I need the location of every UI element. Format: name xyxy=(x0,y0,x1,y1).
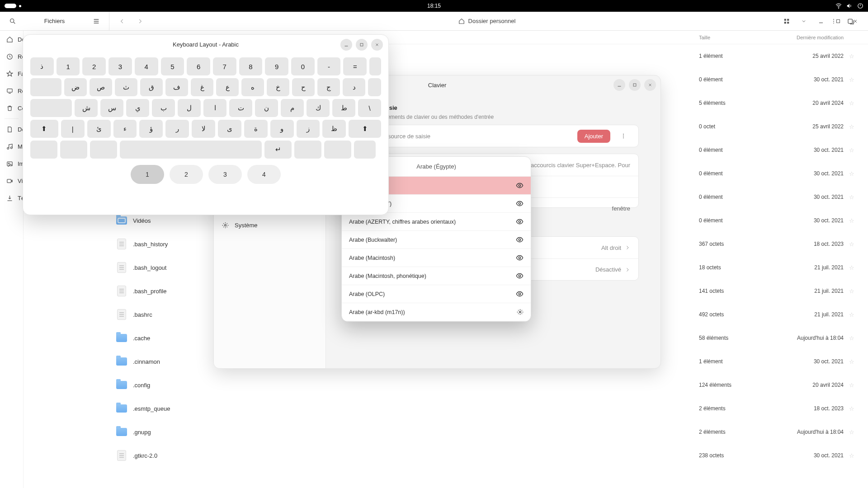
star-icon[interactable]: ☆ xyxy=(846,76,857,83)
key[interactable]: ة xyxy=(244,120,268,138)
eye-icon[interactable] xyxy=(516,236,524,244)
key[interactable] xyxy=(369,57,381,75)
sidebar-item[interactable]: Favoris xyxy=(0,65,23,82)
key[interactable]: \ xyxy=(358,99,381,117)
star-icon[interactable]: ☆ xyxy=(846,358,857,365)
settings-item-gear[interactable]: Système xyxy=(214,216,326,235)
nav-back-icon[interactable] xyxy=(116,15,128,28)
key[interactable]: | xyxy=(61,120,85,138)
key[interactable]: ق xyxy=(140,78,163,96)
key[interactable]: ب xyxy=(152,99,175,117)
settings-minimize-icon[interactable] xyxy=(613,79,625,91)
activities-pill[interactable] xyxy=(5,4,16,8)
key[interactable]: ص xyxy=(90,78,112,96)
key[interactable]: ج xyxy=(317,78,340,96)
key[interactable]: ئ xyxy=(87,120,111,138)
key[interactable]: ↵ xyxy=(264,141,292,159)
key[interactable]: ا xyxy=(203,99,226,117)
view-dropdown-icon[interactable] xyxy=(797,15,810,28)
key[interactable]: س xyxy=(100,99,123,117)
wifi-icon[interactable] xyxy=(835,3,842,9)
key[interactable]: ل xyxy=(178,99,201,117)
star-icon[interactable]: ☆ xyxy=(846,217,857,224)
key[interactable]: ى xyxy=(218,120,241,138)
key[interactable] xyxy=(30,78,61,96)
key[interactable]: ظ xyxy=(322,120,346,138)
table-row[interactable]: .esmtp_queue 2 éléments 18 oct. 2023 ☆ xyxy=(109,397,868,420)
key[interactable]: ح xyxy=(292,78,315,96)
window-maximize-icon[interactable] xyxy=(832,15,844,28)
key[interactable]: ض xyxy=(64,78,87,96)
key[interactable]: = xyxy=(343,57,367,75)
power-icon[interactable] xyxy=(857,3,863,9)
star-icon[interactable]: ☆ xyxy=(846,429,857,436)
sidebar-item[interactable]: Dossier personnel xyxy=(0,31,23,48)
kbd-maximize-icon[interactable] xyxy=(356,39,368,51)
key[interactable]: ⬆ xyxy=(349,120,381,138)
star-icon[interactable]: ☆ xyxy=(846,147,857,154)
key[interactable]: ز xyxy=(297,120,320,138)
key[interactable]: ك xyxy=(307,99,330,117)
key[interactable]: 1 xyxy=(57,57,80,75)
star-icon[interactable]: ☆ xyxy=(846,241,857,248)
table-row[interactable]: .gnupg 2 éléments Aujourd'hui à 18:04 ☆ xyxy=(109,420,868,444)
key[interactable]: 8 xyxy=(239,57,263,75)
sidebar-item[interactable]: Récents xyxy=(0,48,23,65)
key[interactable]: ط xyxy=(332,99,355,117)
key[interactable]: لا xyxy=(192,120,215,138)
kbd-page-button[interactable]: 3 xyxy=(208,165,242,184)
popover-item[interactable]: Arabe (Macintosh) xyxy=(342,249,531,267)
key[interactable]: ذ xyxy=(30,57,54,75)
breadcrumb[interactable]: Dossier personnel xyxy=(452,14,522,28)
window-minimize-icon[interactable] xyxy=(815,15,827,28)
key[interactable]: ؤ xyxy=(139,120,163,138)
star-icon[interactable]: ☆ xyxy=(846,452,857,459)
window-close-icon[interactable] xyxy=(849,15,862,28)
sidebar-item[interactable]: Musique xyxy=(0,138,23,155)
key[interactable]: 3 xyxy=(108,57,132,75)
star-icon[interactable]: ☆ xyxy=(846,170,857,177)
sources-more-icon[interactable] xyxy=(617,129,630,143)
table-row[interactable]: .gtkrc-2.0 238 octets 30 oct. 2021 ☆ xyxy=(109,444,868,467)
key[interactable]: ر xyxy=(165,120,189,138)
key[interactable]: و xyxy=(270,120,294,138)
search-icon[interactable] xyxy=(6,15,19,28)
sidebar-item[interactable]: Vidéos xyxy=(0,172,23,189)
key[interactable]: 9 xyxy=(265,57,288,75)
eye-icon[interactable] xyxy=(516,254,524,262)
key[interactable]: ⬆ xyxy=(30,120,58,138)
key[interactable] xyxy=(60,141,87,159)
eye-icon[interactable] xyxy=(516,218,524,225)
key[interactable]: 5 xyxy=(161,57,184,75)
gear-icon[interactable] xyxy=(517,309,524,315)
star-icon[interactable]: ☆ xyxy=(846,100,857,107)
popover-item[interactable]: Arabe (OLPC) xyxy=(342,285,531,303)
key[interactable]: ء xyxy=(113,120,137,138)
key[interactable]: ت xyxy=(229,99,252,117)
key[interactable]: 4 xyxy=(135,57,158,75)
key[interactable]: 7 xyxy=(213,57,236,75)
key[interactable]: 2 xyxy=(82,57,106,75)
star-icon[interactable]: ☆ xyxy=(846,288,857,295)
star-icon[interactable]: ☆ xyxy=(846,123,857,130)
key[interactable] xyxy=(354,141,376,159)
star-icon[interactable]: ☆ xyxy=(846,405,857,412)
sidebar-item[interactable]: Réseau xyxy=(0,82,23,99)
settings-maximize-icon[interactable] xyxy=(629,79,641,91)
eye-icon[interactable] xyxy=(516,182,524,189)
popover-item[interactable]: Arabe (Macintosh, phonétique) xyxy=(342,267,531,285)
key[interactable] xyxy=(120,141,262,159)
sidebar-item[interactable]: Images xyxy=(0,155,23,172)
key[interactable] xyxy=(294,141,321,159)
key[interactable]: ن xyxy=(255,99,278,117)
star-icon[interactable]: ☆ xyxy=(846,194,857,201)
star-icon[interactable]: ☆ xyxy=(846,53,857,60)
key[interactable]: ش xyxy=(75,99,98,117)
key[interactable]: 6 xyxy=(187,57,210,75)
key[interactable]: د xyxy=(343,78,365,96)
table-row[interactable]: .config 124 éléments 20 avril 2024 ☆ xyxy=(109,373,868,397)
popover-item[interactable]: Arabe (Buckwalter) xyxy=(342,231,531,249)
clock[interactable]: 18:15 xyxy=(427,3,441,9)
kbd-page-button[interactable]: 1 xyxy=(131,165,164,184)
eye-icon[interactable] xyxy=(516,290,524,298)
